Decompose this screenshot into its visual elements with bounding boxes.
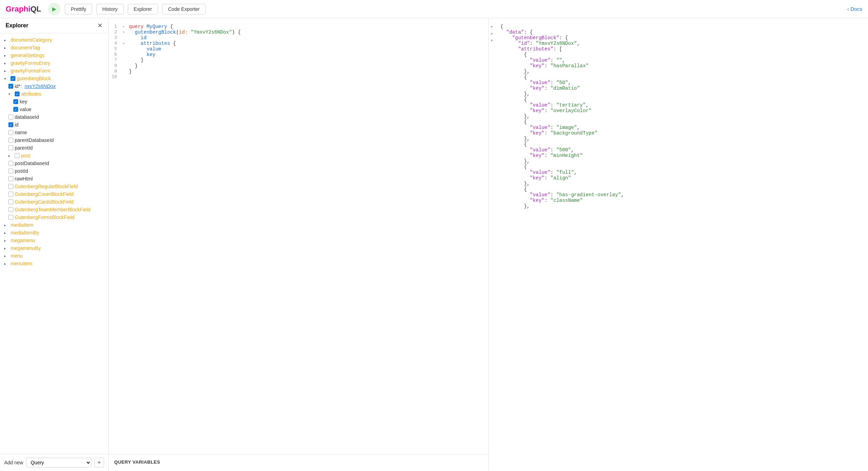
expand-icon: ▸ [4, 231, 9, 235]
explorer-button[interactable]: Explorer [128, 4, 158, 14]
name-checkbox[interactable] [8, 130, 13, 135]
gutenbergBlock-checkbox[interactable]: ✓ [11, 76, 15, 81]
sidebar-item-postDatabaseId[interactable]: postDatabaseId [0, 159, 108, 167]
sidebar-item-gutenbergBlock[interactable]: ▾ ✓ gutenbergBlock [0, 75, 108, 82]
key-checkbox[interactable]: ✓ [13, 99, 18, 104]
sidebar-item-mediaItem[interactable]: ▸ mediaItem [0, 221, 108, 229]
sidebar-item-megamenuBy[interactable]: ▸ megamenuBy [0, 244, 108, 252]
docs-button[interactable]: ‹ Docs [847, 6, 862, 12]
item-label: rawHtml [15, 176, 33, 182]
sidebar-item-documentCategory[interactable]: ▸ documentCategory [0, 36, 108, 44]
attributes-checkbox[interactable]: ✓ [15, 91, 20, 96]
result-content: { "data": { "gutenbergBlock": { "id": "Y… [495, 24, 868, 465]
item-label: post [21, 153, 30, 158]
close-button[interactable]: ✕ [97, 22, 103, 29]
id-star-value: nxvY2s6NDox [25, 83, 56, 89]
sidebar-item-key[interactable]: ✓ key [0, 98, 108, 105]
parentDatabaseId-checkbox[interactable] [8, 138, 13, 143]
code-line-6: 6 key [109, 52, 488, 57]
item-label: menuItem [11, 261, 32, 266]
sidebar-item-gravityFormsEntry[interactable]: ▸ gravityFormsEntry [0, 59, 108, 67]
code-line-10: 10 [109, 74, 488, 80]
editor-area: 1 ▾ query MyQuery { 2 ▾ gutenbergBlock(i… [109, 18, 489, 471]
postDatabaseId-checkbox[interactable] [8, 161, 13, 166]
item-label: mediaItem [11, 222, 33, 228]
GutenbergFormsBlockField-checkbox[interactable] [8, 215, 13, 220]
parentId-checkbox[interactable] [8, 145, 13, 150]
prettify-button[interactable]: Prettify [65, 4, 92, 14]
sidebar-item-post[interactable]: ▸ post [0, 152, 108, 159]
line-number: 9 [109, 69, 123, 74]
expand-icon: ▸ [4, 54, 9, 57]
fold-icon: ▾ [123, 24, 128, 29]
code-line-5: 5 value [109, 46, 488, 52]
id-star-label: id*: [15, 83, 23, 89]
GutenbergRegularBlockField-checkbox[interactable] [8, 184, 13, 189]
expand-icon: ▸ [4, 239, 9, 243]
sidebar-item-id-star[interactable]: ✓ id*: nxvY2s6NDox [0, 82, 108, 90]
fold-icon [123, 69, 128, 74]
query-type-select[interactable]: Query [26, 458, 91, 467]
line-number: 5 [109, 46, 123, 52]
run-button[interactable]: ▶ [48, 3, 61, 15]
result-pane[interactable]: { "data": { "gutenbergBlock": { "id": "Y… [495, 18, 868, 471]
item-label: GutenbergCardsBlockField [15, 199, 74, 205]
sidebar-item-GutenbergRegularBlockField[interactable]: GutenbergRegularBlockField [0, 183, 108, 190]
rawHtml-checkbox[interactable] [8, 176, 13, 181]
code-line-4: 4 ▾ attributes { [109, 41, 488, 46]
line-number: 8 [109, 63, 123, 69]
scroll-arrow-top: ▾ [489, 24, 495, 30]
postId-checkbox[interactable] [8, 169, 13, 173]
sidebar-item-GutenbergTeamMemberBlockField[interactable]: GutenbergTeamMemberBlockField [0, 206, 108, 213]
sidebar-item-databaseId[interactable]: databaseId [0, 113, 108, 121]
editor-pane[interactable]: 1 ▾ query MyQuery { 2 ▾ gutenbergBlock(i… [109, 18, 488, 454]
history-button[interactable]: History [96, 4, 124, 14]
sidebar-item-parentDatabaseId[interactable]: parentDatabaseId [0, 136, 108, 144]
sidebar-item-GutenbergFormsBlockField[interactable]: GutenbergFormsBlockField [0, 213, 108, 221]
main-layout: Explorer ✕ ▸ documentCategory ▸ document… [0, 18, 868, 471]
sidebar-item-documentTag[interactable]: ▸ documentTag [0, 44, 108, 52]
sidebar-item-rawHtml[interactable]: rawHtml [0, 175, 108, 183]
id-star-checkbox[interactable]: ✓ [8, 84, 13, 89]
item-label: attributes [21, 91, 41, 97]
GutenbergCoverBlockField-checkbox[interactable] [8, 192, 13, 197]
sidebar-item-id[interactable]: ✓ id [0, 121, 108, 129]
sidebar-item-postId[interactable]: postId [0, 167, 108, 175]
id-checkbox[interactable]: ✓ [8, 122, 13, 127]
value-checkbox[interactable]: ✓ [13, 107, 18, 112]
sidebar-footer: Add new Query + [0, 454, 108, 471]
line-number: 7 [109, 57, 123, 63]
code-exporter-button[interactable]: Code Exporter [162, 4, 206, 14]
item-label: documentCategory [11, 37, 52, 43]
GutenbergTeamMemberBlockField-checkbox[interactable] [8, 207, 13, 212]
add-query-button[interactable]: + [94, 458, 104, 467]
item-label: mediaItemBy [11, 230, 39, 235]
expand-icon: ▸ [4, 38, 9, 42]
sidebar-item-attributes[interactable]: ▾ ✓ attributes [0, 90, 108, 98]
sidebar-item-gravityFormsForm[interactable]: ▸ gravityFormsForm [0, 67, 108, 75]
line-content: } [128, 69, 488, 74]
sidebar-item-megamenu[interactable]: ▸ megamenu [0, 237, 108, 244]
scroll-arrow-bot: ▾ [489, 37, 495, 44]
sidebar-item-GutenbergCoverBlockField[interactable]: GutenbergCoverBlockField [0, 190, 108, 198]
sidebar-item-mediaItemBy[interactable]: ▸ mediaItemBy [0, 229, 108, 237]
fold-icon [123, 74, 128, 80]
code-line-7: 7 } [109, 57, 488, 63]
line-number: 2 [109, 29, 123, 35]
post-checkbox[interactable] [15, 153, 20, 158]
sidebar-item-name[interactable]: name [0, 129, 108, 136]
item-label: GutenbergCoverBlockField [15, 191, 74, 197]
databaseId-checkbox[interactable] [8, 115, 13, 120]
item-label: postId [15, 168, 28, 174]
header: GraphiQL ▶ Prettify History Explorer Cod… [0, 0, 868, 18]
sidebar-item-GutenbergCardsBlockField[interactable]: GutenbergCardsBlockField [0, 198, 108, 206]
GutenbergCardsBlockField-checkbox[interactable] [8, 199, 13, 204]
sidebar: Explorer ✕ ▸ documentCategory ▸ document… [0, 18, 109, 471]
item-label: parentId [15, 145, 33, 151]
sidebar-item-menu[interactable]: ▸ menu [0, 252, 108, 260]
sidebar-item-menuItem[interactable]: ▸ menuItem [0, 260, 108, 267]
sidebar-item-generalSettings[interactable]: ▸ generalSettings [0, 52, 108, 59]
sidebar-item-parentId[interactable]: parentId [0, 144, 108, 152]
add-new-label: Add new [4, 460, 23, 465]
sidebar-item-value[interactable]: ✓ value [0, 105, 108, 113]
